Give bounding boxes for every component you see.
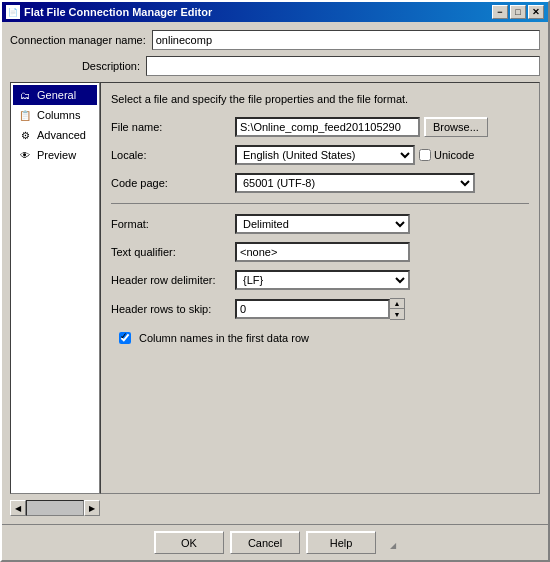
header-rows-skip-row: Header rows to skip: ▲ ▼ [111,298,529,320]
spinner-wrapper: ▲ ▼ [235,298,405,320]
text-qualifier-row: Text qualifier: [111,242,529,262]
cancel-button[interactable]: Cancel [230,531,300,554]
text-qualifier-input[interactable] [235,242,410,262]
format-label: Format: [111,218,231,230]
sidebar-item-general[interactable]: 🗂 General [13,85,97,105]
right-panel: Select a file and specify the file prope… [100,82,540,494]
resize-grip: ◢ [382,536,396,550]
header-rows-skip-label: Header rows to skip: [111,303,231,315]
header-row-delimiter-label: Header row delimiter: [111,274,231,286]
columns-icon: 📋 [17,107,33,123]
locale-row: Locale: English (United States) Unicode [111,145,529,165]
description-label: Description: [10,60,140,72]
sidebar-item-preview-label: Preview [37,149,76,161]
sidebar-item-general-label: General [37,89,76,101]
header-row-delimiter-row: Header row delimiter: {LF} [111,270,529,290]
column-names-label: Column names in the first data row [139,332,309,344]
connection-name-label: Connection manager name: [10,34,146,46]
sidebar-item-preview[interactable]: 👁 Preview [13,145,97,165]
advanced-icon: ⚙ [17,127,33,143]
window-body: Connection manager name: Description: 🗂 … [2,22,548,524]
connection-name-input[interactable] [152,30,540,50]
window-icon: 📄 [6,5,20,19]
file-name-row: File name: Browse... [111,117,529,137]
main-window: 📄 Flat File Connection Manager Editor − … [0,0,550,562]
code-page-label: Code page: [111,177,231,189]
connection-name-row: Connection manager name: [10,30,540,50]
column-names-row: Column names in the first data row [119,332,529,344]
general-icon: 🗂 [17,87,33,103]
description-row: Description: [10,56,540,76]
preview-icon: 👁 [17,147,33,163]
bottom-bar: OK Cancel Help ◢ [2,524,548,560]
close-button[interactable]: ✕ [528,5,544,19]
format-row: Format: Delimited [111,214,529,234]
sidebar-item-columns-label: Columns [37,109,80,121]
locale-select[interactable]: English (United States) [235,145,415,165]
file-name-label: File name: [111,121,231,133]
browse-button[interactable]: Browse... [424,117,488,137]
minimize-button[interactable]: − [492,5,508,19]
scroll-area: ◀ ▶ [10,500,100,516]
title-bar: 📄 Flat File Connection Manager Editor − … [2,2,548,22]
unicode-checkbox[interactable] [419,149,431,161]
ok-button[interactable]: OK [154,531,224,554]
locale-label: Locale: [111,149,231,161]
scroll-right-button[interactable]: ▶ [84,500,100,516]
title-bar-text: 📄 Flat File Connection Manager Editor [6,5,212,19]
code-page-row: Code page: 65001 (UTF-8) [111,173,529,193]
code-page-select[interactable]: 65001 (UTF-8) [235,173,475,193]
title-bar-buttons: − □ ✕ [492,5,544,19]
spinner-up-button[interactable]: ▲ [390,299,404,309]
description-input[interactable] [146,56,540,76]
sidebar-item-columns[interactable]: 📋 Columns [13,105,97,125]
maximize-button[interactable]: □ [510,5,526,19]
panel-description: Select a file and specify the file prope… [111,93,529,105]
spinner-down-button[interactable]: ▼ [390,309,404,319]
column-names-checkbox[interactable] [119,332,131,344]
scroll-left-button[interactable]: ◀ [10,500,26,516]
sidebar: 🗂 General 📋 Columns ⚙ Advanced 👁 Preview [10,82,100,494]
sidebar-item-advanced[interactable]: ⚙ Advanced [13,125,97,145]
divider1 [111,203,529,204]
window-title: Flat File Connection Manager Editor [24,6,212,18]
sidebar-item-advanced-label: Advanced [37,129,86,141]
spinner-buttons: ▲ ▼ [390,298,405,320]
main-content: 🗂 General 📋 Columns ⚙ Advanced 👁 Preview [10,82,540,494]
help-button[interactable]: Help [306,531,376,554]
format-select[interactable]: Delimited [235,214,410,234]
unicode-row: Unicode [419,149,474,161]
file-name-input[interactable] [235,117,420,137]
scroll-track[interactable] [26,500,84,516]
unicode-label: Unicode [434,149,474,161]
text-qualifier-label: Text qualifier: [111,246,231,258]
header-row-delimiter-select[interactable]: {LF} [235,270,410,290]
header-rows-skip-input[interactable] [235,299,390,319]
